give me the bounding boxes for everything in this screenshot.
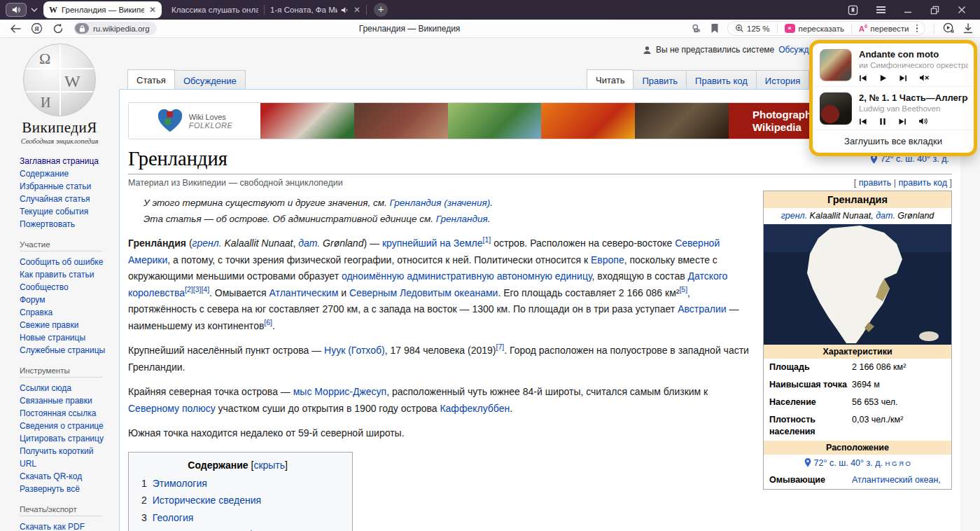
yandex-home-button[interactable]: Я bbox=[31, 22, 43, 34]
browser-tab-sonata[interactable]: 1-я Соната, Фа Мин ✕ bbox=[265, 2, 366, 18]
sidebar-link[interactable]: Форум bbox=[20, 294, 113, 306]
sidebar-link[interactable]: Связанные правки bbox=[20, 394, 109, 407]
sidebar-link[interactable]: Заглавная страница bbox=[20, 155, 113, 167]
sidebar-link[interactable]: Сведения о странице bbox=[20, 420, 109, 432]
sidebar-link[interactable]: Ссылки сюда bbox=[20, 382, 109, 394]
infobox-row-value: 2 166 086 км² bbox=[852, 361, 946, 373]
tab-close-icon[interactable]: ✕ bbox=[149, 5, 156, 15]
sidebar-link[interactable]: Служебные страницы bbox=[20, 344, 113, 357]
zoom-magnifier-icon bbox=[735, 24, 744, 33]
album-art bbox=[820, 92, 852, 125]
zoom-control[interactable]: 125 % bbox=[735, 24, 770, 33]
previous-track-icon[interactable] bbox=[859, 118, 867, 125]
divider bbox=[777, 24, 778, 34]
sidebar-link[interactable]: Пожертвовать bbox=[20, 218, 113, 230]
banner-photo bbox=[541, 103, 635, 139]
sidebar-link[interactable]: Новые страницы bbox=[20, 331, 113, 344]
infobox-title: Гренландия bbox=[764, 191, 951, 208]
menu-icon[interactable] bbox=[876, 4, 886, 15]
translate-button[interactable]: Aб перевести bbox=[859, 25, 909, 33]
toc-item[interactable]: 1Этимология bbox=[141, 475, 334, 492]
infobox-row-value[interactable]: Атлантический океан, bbox=[852, 474, 946, 486]
refresh-button[interactable] bbox=[52, 23, 64, 34]
banner-subtitle: FOLKLORE bbox=[189, 121, 233, 130]
sidebar-link[interactable]: Развернуть всё bbox=[20, 483, 109, 495]
sidebar-link[interactable]: Справка bbox=[20, 306, 113, 319]
close-window-icon[interactable] bbox=[958, 6, 966, 14]
banner-photo bbox=[260, 103, 354, 139]
track-subtitle: Ludwig van Beethoven bbox=[859, 104, 968, 113]
edit-links[interactable]: [ править | править код ] bbox=[854, 178, 952, 188]
speaker-on-icon[interactable] bbox=[918, 117, 929, 125]
mute-all-tabs-button[interactable]: Заглушить все вкладки bbox=[813, 130, 974, 153]
tab-close-icon[interactable]: ✕ bbox=[354, 5, 360, 15]
passwords-icon[interactable] bbox=[691, 23, 702, 34]
track-subtitle: ии Симфонического оркестра Ле bbox=[859, 61, 968, 69]
tab-title: 1-я Соната, Фа Мин bbox=[270, 6, 337, 14]
global-tab-audio-button[interactable] bbox=[6, 3, 27, 17]
bookmark-icon[interactable] bbox=[710, 23, 719, 34]
next-track-icon[interactable] bbox=[898, 118, 906, 125]
sidebar-link[interactable]: Как править статьи bbox=[20, 268, 113, 281]
article-from-line: Материал из Википедии — свободной энцикл… bbox=[128, 178, 343, 188]
restore-icon[interactable] bbox=[930, 6, 939, 15]
sidebar-link[interactable]: Текущие события bbox=[20, 205, 113, 218]
more-actions-icon[interactable] bbox=[916, 25, 918, 33]
banner-title: Wiki Loves bbox=[189, 113, 226, 121]
coord-service-links[interactable]: H G Я O bbox=[885, 460, 910, 467]
secure-lock-icon[interactable] bbox=[75, 23, 89, 34]
wikipedia-wordmark: ВикипедиЯ bbox=[0, 119, 119, 137]
side-panel-icon[interactable] bbox=[848, 5, 858, 15]
back-button[interactable] bbox=[10, 24, 21, 34]
sidebar-link[interactable]: Скачать как PDF bbox=[20, 520, 113, 531]
toc-item[interactable]: 3Геология bbox=[141, 509, 334, 527]
sidebar-link[interactable]: Свежие правки bbox=[20, 319, 113, 331]
toc-item[interactable]: 4Оледенение и рельеф bbox=[141, 526, 334, 531]
sidebar-link[interactable]: Цитировать страницу bbox=[20, 432, 109, 445]
sidebar-group-main: Заглавная страницаСодержаниеИзбранные ст… bbox=[0, 145, 119, 230]
infobox-coordinates[interactable]: 72° с. ш. 40° з. д. H G Я O bbox=[764, 455, 951, 471]
infobox-row-label: Площадь bbox=[769, 361, 852, 373]
minimize-icon[interactable] bbox=[904, 6, 912, 14]
sidebar-link[interactable]: Сообщество bbox=[20, 281, 113, 294]
next-track-icon[interactable] bbox=[899, 74, 907, 82]
download-icon[interactable] bbox=[963, 23, 973, 34]
sidebar-link[interactable]: Скачать QR-код bbox=[20, 470, 109, 483]
wiki-sidebar: Ω W И ВикипедиЯ Свободная энциклопедия З… bbox=[0, 38, 119, 531]
greenland-satellite-map[interactable] bbox=[764, 224, 951, 345]
browser-tab-wikipedia[interactable]: W Гренландия — Википе ✕ bbox=[43, 1, 162, 18]
wikipedia-logo[interactable]: Ω W И ВикипедиЯ Свободная энциклопедия bbox=[0, 38, 119, 145]
sidebar-link[interactable]: Случайная статья bbox=[20, 193, 113, 205]
infobox: Гренландия гренл. Kalaallit Nunaat, дат.… bbox=[763, 191, 952, 490]
browser-tab-classics[interactable]: Классика слушать онлай bbox=[166, 2, 264, 18]
infobox-row-value: 3694 м bbox=[852, 379, 946, 391]
tab-separator bbox=[366, 5, 367, 15]
infobox-row: Население 56 653 чел. bbox=[764, 394, 951, 411]
sidebar-link[interactable]: Постоянная ссылка bbox=[20, 407, 109, 420]
audio-track-row[interactable]: Andante con moto ии Симфонического оркес… bbox=[813, 43, 974, 86]
infobox-rows: Площадь 2 166 086 км² Наивысшая точка 36… bbox=[764, 359, 951, 441]
wikipedia-tagline: Свободная энциклопедия bbox=[0, 137, 119, 145]
page-title-indicator: Гренландия — Википедия bbox=[359, 24, 461, 34]
pause-icon[interactable] bbox=[879, 118, 886, 125]
sidebar-link[interactable]: Избранные статьи bbox=[20, 180, 113, 193]
retell-button[interactable]: « пересказать bbox=[785, 24, 844, 33]
album-art bbox=[820, 49, 852, 81]
url-field[interactable]: ru.wikipedia.org bbox=[74, 22, 157, 35]
muted-speaker-icon[interactable] bbox=[919, 74, 930, 82]
play-icon[interactable] bbox=[879, 74, 887, 82]
chevron-down-icon[interactable] bbox=[31, 8, 38, 12]
player-icon[interactable] bbox=[943, 22, 955, 34]
sidebar-link[interactable]: Получить короткий URL bbox=[20, 445, 109, 470]
wikipedia-favicon: W bbox=[49, 5, 57, 15]
infobox-section-characteristics: Характеристики bbox=[764, 345, 951, 359]
previous-track-icon[interactable] bbox=[859, 74, 867, 82]
audio-track-row[interactable]: 2, № 1. 1 Часть—Аллегро (Re Ludwig van B… bbox=[813, 87, 974, 130]
speaker-icon bbox=[12, 6, 20, 14]
new-tab-button[interactable]: + bbox=[374, 3, 388, 17]
tab-audio-icon[interactable] bbox=[341, 6, 349, 14]
toc-hide-toggle[interactable]: [скрыть] bbox=[251, 460, 288, 471]
sidebar-link[interactable]: Сообщить об ошибке bbox=[20, 256, 113, 268]
toc-item[interactable]: 2Исторические сведения bbox=[141, 492, 334, 509]
sidebar-link[interactable]: Содержание bbox=[20, 167, 113, 180]
